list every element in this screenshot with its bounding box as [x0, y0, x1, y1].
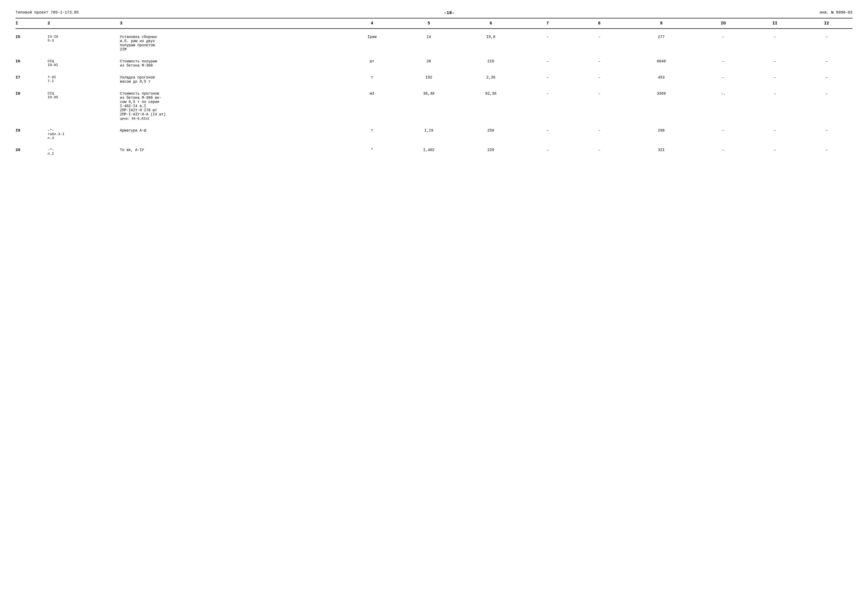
cell-row1-col5: I4: [398, 33, 460, 53]
cell-row2-col2: ССЦIO-8I: [46, 58, 119, 69]
price-subtext: цена: 94-0,82х2: [120, 117, 345, 121]
cell-row5-col12: –: [801, 127, 852, 141]
cell-row4-col2: ССЦIO-85: [46, 90, 119, 122]
cell-row5-col8: –: [574, 127, 625, 141]
cell-row6-col5: I,402: [398, 146, 460, 157]
col-header-2: 2: [46, 19, 119, 29]
main-table: I 2 3 4 5 6 7 8 9 IO II I2 I5 I4-IO5-3 У…: [16, 19, 852, 157]
project-title: Типовой проект 705-1-173.85: [16, 10, 79, 15]
cell-row2-col4: шт: [346, 58, 398, 69]
cell-row5-col3: Арматура А-Ш: [119, 127, 346, 141]
cell-row1-col2: I4-IO5-3: [46, 33, 119, 53]
cell-row5-col6: 250: [460, 127, 522, 141]
col-header-11: II: [749, 19, 801, 29]
col-header-4: 4: [346, 19, 398, 29]
cell-row5-col1: I9: [16, 127, 46, 141]
cell-row1-col12: –: [801, 33, 852, 53]
cell-row3-col6: 2,36: [460, 74, 522, 85]
table-row: I8 ССЦIO-85 Стоимость прогонов из бетона…: [16, 90, 852, 122]
col-header-7: 7: [522, 19, 574, 29]
cell-row3-col5: I92: [398, 74, 460, 85]
col-header-9: 9: [625, 19, 698, 29]
table-row: 20 –"–п.I То же, А-IУ " I,402 229 – – 32…: [16, 146, 852, 157]
cell-row5-col2: –"–табл.3-Iп.3: [46, 127, 119, 141]
col-header-8: 8: [574, 19, 625, 29]
cell-row3-col12: –: [801, 74, 852, 85]
cell-row4-col12: –: [801, 90, 852, 122]
cell-row6-col1: 20: [16, 146, 46, 157]
cell-row6-col9: 32I: [625, 146, 698, 157]
cell-row1-col10: –: [698, 33, 749, 53]
cell-row5-col4: т: [346, 127, 398, 141]
col-header-12: I2: [801, 19, 852, 29]
table-row: I6 ССЦIO-8I Стоимость полурамиз бетона М…: [16, 58, 852, 69]
cell-row3-col11: –: [749, 74, 801, 85]
cell-row4-col10: –.: [698, 90, 749, 122]
column-header-row: I 2 3 4 5 6 7 8 9 IO II I2: [16, 19, 852, 29]
cell-row6-col2: –"–п.I: [46, 146, 119, 157]
spacer: [16, 69, 852, 74]
col-header-5: 5: [398, 19, 460, 29]
spacer: [16, 53, 852, 58]
cell-row6-col11: –: [749, 146, 801, 157]
cell-row2-col6: 2I6: [460, 58, 522, 69]
cell-row1-col3: Установка сборныхж.б. рам из двухполурам…: [119, 33, 346, 53]
col-header-6: 6: [460, 19, 522, 29]
cell-row4-col11: –: [749, 90, 801, 122]
cell-row6-col8: –: [574, 146, 625, 157]
cell-row2-col5: 28: [398, 58, 460, 69]
cell-row4-col1: I8: [16, 90, 46, 122]
cell-row4-col6: 92,36: [460, 90, 522, 122]
cell-row4-col9: 3369: [625, 90, 698, 122]
cell-row1-col8: –: [574, 33, 625, 53]
cell-row3-col7: –: [522, 74, 574, 85]
cell-row1-col6: I9,8: [460, 33, 522, 53]
table-row: I9 –"–табл.3-Iп.3 Арматура А-Ш т I,I9 25…: [16, 127, 852, 141]
cell-row2-col11: –: [749, 58, 801, 69]
cell-row3-col8: –: [574, 74, 625, 85]
cell-row4-col5: 36,48: [398, 90, 460, 122]
col-header-3: 3: [119, 19, 346, 29]
cell-row6-col7: –: [522, 146, 574, 157]
cell-row2-col1: I6: [16, 58, 46, 69]
spacer: [16, 122, 852, 127]
col-header-10: IO: [698, 19, 749, 29]
cell-row6-col12: –: [801, 146, 852, 157]
cell-row3-col10: –: [698, 74, 749, 85]
cell-row2-col10: –: [698, 58, 749, 69]
cell-row5-col10: –: [698, 127, 749, 141]
cell-row5-col9: 298: [625, 127, 698, 141]
inv-number: инв. № 8990-03: [820, 10, 852, 15]
spacer: [16, 141, 852, 146]
cell-row3-col3: Укладка прогоноввесом до 0,5 т: [119, 74, 346, 85]
cell-row4-col3: Стоимость прогонов из бетона М-300 ве- с…: [119, 90, 346, 122]
cell-row6-col10: –: [698, 146, 749, 157]
cell-row2-col9: 6048: [625, 58, 698, 69]
cell-row1-col7: –: [522, 33, 574, 53]
page-number: -18-: [444, 10, 454, 16]
cell-row4-col8: –: [574, 90, 625, 122]
cell-row1-col4: Iрам: [346, 33, 398, 53]
cell-row6-col3: То же, А-IУ: [119, 146, 346, 157]
cell-row2-col8: –: [574, 58, 625, 69]
cell-row1-col1: I5: [16, 33, 46, 53]
cell-row3-col4: т: [346, 74, 398, 85]
cell-row2-col7: –: [522, 58, 574, 69]
spacer: [16, 85, 852, 90]
cell-row5-col7: –: [522, 127, 574, 141]
cell-row1-col11: –: [749, 33, 801, 53]
table-row: I5 I4-IO5-3 Установка сборныхж.б. рам из…: [16, 33, 852, 53]
spacer: [16, 29, 852, 33]
cell-row1-col9: 277: [625, 33, 698, 53]
col-header-1: I: [16, 19, 46, 29]
cell-row6-col6: 229: [460, 146, 522, 157]
cell-row4-col7: –: [522, 90, 574, 122]
table-row: I7 7-9I7-I Укладка прогоноввесом до 0,5 …: [16, 74, 852, 85]
cell-row5-col11: –: [749, 127, 801, 141]
cell-row3-col1: I7: [16, 74, 46, 85]
cell-row3-col9: 453: [625, 74, 698, 85]
cell-row6-col4: ": [346, 146, 398, 157]
cell-row5-col5: I,I9: [398, 127, 460, 141]
cell-row4-col4: м3: [346, 90, 398, 122]
cell-row3-col2: 7-9I7-I: [46, 74, 119, 85]
